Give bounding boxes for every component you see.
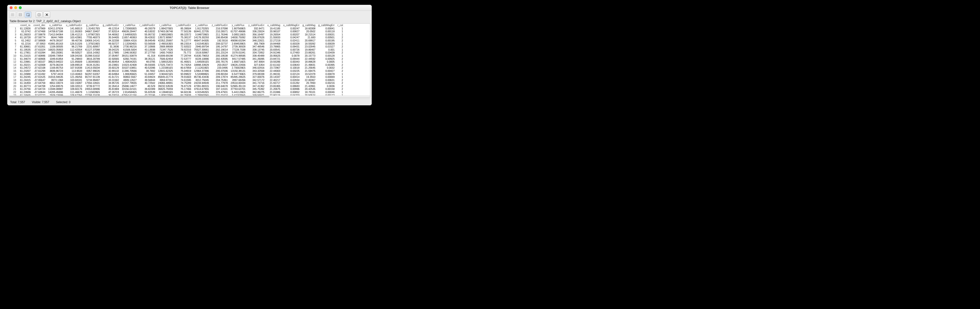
table-row[interactable]: 1861.24415-37.656473973.1368103.68181573… [9, 79, 344, 82]
table-row[interactable]: 661.2216-37.595341891.65163126.513261.37… [9, 42, 344, 45]
close-window-icon[interactable] [10, 6, 13, 9]
column-header[interactable]: r_cal [336, 24, 344, 27]
toolbar-help-button[interactable]: ? [36, 11, 43, 18]
cell: 24510.00434 [229, 81, 247, 85]
toolbar-close-button[interactable] [43, 11, 50, 18]
cell: -37.59774 [32, 36, 47, 39]
cell: 61.20245 [19, 75, 32, 79]
table-row[interactable]: 1961.16359-37.647598652.33074102.1509717… [9, 81, 344, 85]
cell: 65747.91139 [84, 75, 101, 79]
cell: 91.29843 [64, 57, 84, 60]
cell: 2946.69704 [192, 45, 210, 48]
table-row[interactable]: 461.18728-37.597748644.7489103.429817705… [9, 36, 344, 39]
column-header[interactable]: u_calibMagErr [282, 24, 301, 27]
cell: 77.50139 [174, 30, 192, 33]
column-header[interactable]: z_calibFlux [192, 24, 210, 27]
table-row[interactable]: 161.12826-37.6796962411.07624141.665131.… [9, 27, 344, 30]
cell: 61.24988 [19, 73, 32, 76]
cell: 40.52096 [138, 66, 157, 70]
column-header[interactable]: y_calibFlux [229, 24, 247, 27]
table-row[interactable]: 761.30661-37.610511108.0050596.217692231… [9, 45, 344, 48]
column-header[interactable]: y_calibFluxErr [247, 24, 266, 27]
cell: 41630.79653 [192, 54, 210, 57]
table-row[interactable]: 961.17951-37.61094393.2008199.505271016.… [9, 51, 344, 54]
table-row[interactable]: 2161.24756-37.6472411948.08887109.601762… [9, 87, 344, 90]
zoom-window-icon[interactable] [19, 6, 22, 9]
cell: 2 [336, 57, 344, 60]
cell: 0.03439 [317, 51, 336, 54]
cell: 21.55833 [266, 36, 282, 39]
cell: 141.66513 [64, 27, 84, 30]
column-header[interactable]: i_calibFlux [157, 24, 174, 27]
table-row[interactable]: 1161.34674-37.609061049.8185491.29843381… [9, 57, 344, 60]
cell: 22.61162 [266, 63, 282, 67]
scrollbar-thumb[interactable] [10, 96, 269, 97]
table-row[interactable]: 2261.23939-37.6364414205.45696111.466781… [9, 90, 344, 94]
cell: 39.84549 [138, 39, 157, 42]
column-header[interactable]: r_calibFluxErr [138, 24, 157, 27]
cell: 35.81969 [101, 87, 121, 90]
table-row[interactable]: 1761.20245-37.6152531816.59535121.392566… [9, 75, 344, 79]
app-window: TOPCAT(2): Table Browser ? Table Browser… [7, 5, 372, 105]
cell: 36.03016 [101, 94, 121, 95]
cell: 1254.69576 [47, 85, 64, 88]
table-row[interactable]: 1361.20221-37.620083276.06234109.8951891… [9, 63, 344, 67]
toolbar-grid2-button[interactable] [17, 11, 24, 18]
toolbar-grid1-button[interactable] [9, 11, 16, 18]
svg-rect-8 [27, 14, 29, 16]
cell: 5797.4419 [47, 73, 64, 76]
column-header[interactable]: g_calibMagErr [317, 24, 336, 27]
cell: 43.70196 [138, 94, 157, 95]
cell: 49.12314 [101, 27, 121, 30]
table-scroll[interactable]: coord_racoord_decu_calibFluxu_calibFluxE… [9, 24, 370, 95]
row-index: 4 [9, 36, 19, 39]
column-header[interactable]: coord_dec [32, 24, 47, 27]
column-header[interactable]: u_calibFluxErr [64, 24, 84, 27]
table-row[interactable]: 861.19535-37.6102416820.35803112.4255441… [9, 48, 344, 51]
table-row[interactable]: 1061.21615-37.6088615048.73954108.041563… [9, 54, 344, 57]
cell: 38623.94022 [47, 60, 64, 63]
column-header[interactable]: g_calibFluxErr [101, 24, 121, 27]
table-row[interactable]: 1261.23981-37.6010738623.94022121.856091… [9, 60, 344, 63]
titlebar[interactable]: TOPCAT(2): Table Browser [7, 5, 372, 11]
table-row[interactable]: 361.26033-37.5987871413.94364136.412131.… [9, 33, 344, 36]
cell: 31.3836 [101, 45, 121, 48]
cell: 2 [336, 45, 344, 48]
table-row[interactable]: 1661.24988-37.614925797.4419113.40463562… [9, 73, 344, 76]
minimize-window-icon[interactable] [14, 6, 17, 9]
column-header[interactable] [9, 24, 19, 27]
column-header[interactable]: z_calibFluxErr [210, 24, 229, 27]
column-header[interactable]: i_calibFluxErr [174, 24, 192, 27]
table-row[interactable]: 561.2452-37.589084478.3918799.4073619069… [9, 39, 344, 42]
cell: 18898.33929 [192, 63, 210, 67]
column-header[interactable]: g_calibMag [301, 24, 317, 27]
table-row[interactable]: 261.0742-37.6746814708.67188111.95303346… [9, 30, 344, 33]
table-row[interactable]: 1461.24572-37.621081169.85753107.9183811… [9, 66, 344, 70]
cell: 74.75289 [174, 81, 192, 85]
column-header[interactable]: coord_ra [19, 24, 32, 27]
cell: 108.04156 [64, 54, 84, 57]
cell: 0.04703 [282, 94, 301, 95]
cell: 121.39256 [64, 75, 84, 79]
cell: 109.60176 [64, 87, 84, 90]
cell: 0.04247 [282, 36, 301, 39]
column-header[interactable]: g_calibFlux [84, 24, 101, 27]
column-header[interactable]: r_calibFlux [121, 24, 138, 27]
cell: 61.24415 [19, 79, 32, 82]
cell: 2.649592E5 [121, 33, 138, 36]
cell: 61.24945 [19, 94, 32, 95]
table-row[interactable]: 2361.24945-37.627222509.23699108.6729422… [9, 94, 344, 95]
cell: 74.61595 [174, 79, 192, 82]
cell: 2.700029E5 [229, 66, 247, 70]
horizontal-scrollbar[interactable] [9, 95, 370, 98]
cell: 11948.08887 [47, 87, 64, 90]
table-row[interactable]: 1561.23207-37.612943836.96723113.9533835… [9, 70, 344, 73]
toolbar-select-button[interactable] [25, 11, 31, 18]
cell: 0.01527 [317, 45, 336, 48]
table-row[interactable]: 2061.30773-37.647081254.69576100.3201397… [9, 85, 344, 88]
table-header-row: coord_racoord_decu_calibFluxu_calibFluxE… [9, 24, 344, 27]
column-header[interactable]: u_calibFlux [47, 24, 64, 27]
column-header[interactable]: u_calibMag [266, 24, 282, 27]
cell: 17550.10501 [84, 81, 101, 85]
cell: 78.91603 [174, 75, 192, 79]
